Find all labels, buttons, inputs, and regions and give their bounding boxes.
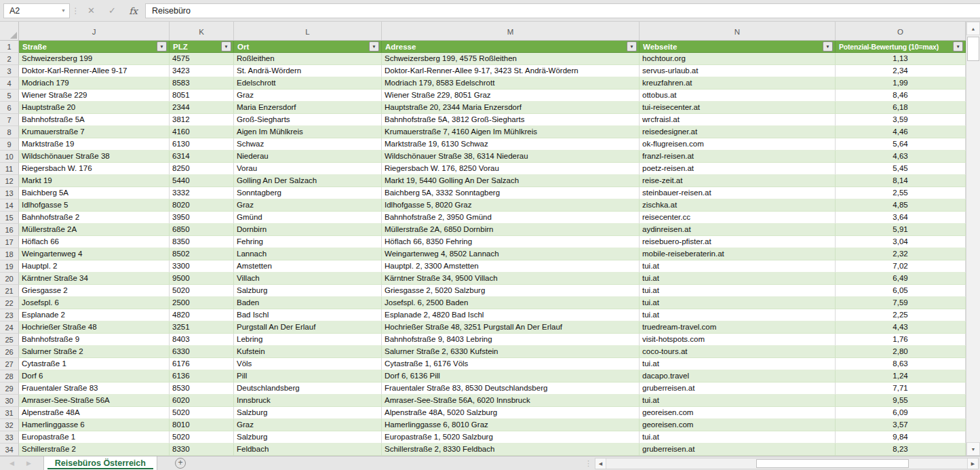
cell-bewertung[interactable]: 3,57	[836, 419, 966, 431]
cell-strasse[interactable]: Wiener Straße 229	[19, 90, 170, 102]
cell-ort[interactable]: Graz	[234, 90, 382, 102]
cell-bewertung[interactable]: 4,46	[836, 126, 966, 138]
column-letter-M[interactable]: M	[382, 22, 640, 41]
cell-adresse[interactable]: Krumauerstraße 7, 4160 Aigen Im Mühlkrei…	[382, 126, 640, 138]
tab-scroll-divider[interactable]: ⋮	[585, 459, 591, 468]
cell-webseite[interactable]: aydinreisen.at	[640, 224, 836, 236]
cell-adresse[interactable]: Dorf 6, 6136 Pill	[382, 370, 640, 383]
cell-plz[interactable]: 3300	[170, 260, 234, 273]
row-number[interactable]: 22	[0, 297, 19, 309]
cell-webseite[interactable]: franzl-reisen.at	[640, 151, 836, 163]
cell-adresse[interactable]: Bahnhofstraße 5A, 3812 Groß-Siegharts	[382, 114, 640, 126]
cell-adresse[interactable]: Esplanade 2, 4820 Bad Ischl	[382, 309, 640, 321]
scroll-left-icon[interactable]: ◀	[595, 458, 606, 469]
cell-webseite[interactable]: zischka.at	[640, 199, 836, 212]
cell-bewertung[interactable]: 5,64	[836, 138, 966, 151]
enter-icon[interactable]: ✓	[102, 5, 123, 16]
cell-bewertung[interactable]: 3,59	[836, 114, 966, 126]
cell-adresse[interactable]: Doktor-Karl-Renner-Allee 9-17, 3423 St. …	[382, 65, 640, 77]
cell-bewertung[interactable]: 7,59	[836, 297, 966, 309]
cell-ort[interactable]: Sonntagberg	[234, 187, 382, 199]
cell-strasse[interactable]: Griesgasse 2	[19, 285, 170, 297]
cell-adresse[interactable]: Hochrießer Straße 48, 3251 Purgstall An …	[382, 321, 640, 334]
cell-plz[interactable]: 5020	[170, 407, 234, 419]
row-number[interactable]: 24	[0, 321, 19, 334]
row-number[interactable]: 9	[0, 138, 19, 151]
cell-adresse[interactable]: Bahnhofstraße 2, 3950 Gmünd	[382, 212, 640, 224]
cell-bewertung[interactable]: 6,05	[836, 285, 966, 297]
cell-webseite[interactable]: ottobus.at	[640, 90, 836, 102]
header-cell-strasse[interactable]: Straße▼	[19, 41, 170, 53]
cell-strasse[interactable]: Müllerstraße 2A	[19, 224, 170, 236]
cell-bewertung[interactable]: 8,46	[836, 90, 966, 102]
cell-strasse[interactable]: Esplanade 2	[19, 309, 170, 321]
cell-ort[interactable]: Aigen Im Mühlkreis	[234, 126, 382, 138]
cell-adresse[interactable]: Hauptpl. 2, 3300 Amstetten	[382, 260, 640, 273]
cell-ort[interactable]: Vorau	[234, 163, 382, 175]
cell-strasse[interactable]: Europastraße 1	[19, 431, 170, 444]
cell-strasse[interactable]: Dorf 6	[19, 370, 170, 383]
column-letter-O[interactable]: O	[836, 22, 966, 41]
cell-adresse[interactable]: Höflach 66, 8350 Fehring	[382, 236, 640, 248]
cell-webseite[interactable]: tui.at	[640, 273, 836, 285]
cell-plz[interactable]: 8583	[170, 77, 234, 90]
row-number[interactable]: 12	[0, 175, 19, 187]
cell-strasse[interactable]: Weingartenweg 4	[19, 248, 170, 260]
row-number[interactable]: 23	[0, 309, 19, 321]
cell-plz[interactable]: 8530	[170, 383, 234, 395]
row-number[interactable]: 3	[0, 65, 19, 77]
filter-dropdown-icon[interactable]: ▼	[369, 41, 379, 52]
row-number[interactable]: 2	[0, 53, 19, 65]
cell-webseite[interactable]: reisecenter.cc	[640, 212, 836, 224]
cell-ort[interactable]: Fehring	[234, 236, 382, 248]
row-number[interactable]: 6	[0, 102, 19, 114]
cell-plz[interactable]: 6330	[170, 346, 234, 358]
cell-webseite[interactable]: tui.at	[640, 431, 836, 444]
cell-plz[interactable]: 3950	[170, 212, 234, 224]
cell-webseite[interactable]: reisedesigner.at	[640, 126, 836, 138]
cell-adresse[interactable]: Schweizersberg 199, 4575 Roßleithen	[382, 53, 640, 65]
cell-webseite[interactable]: truedream-travel.com	[640, 321, 836, 334]
cell-webseite[interactable]: servus-urlaub.at	[640, 65, 836, 77]
row-number[interactable]: 27	[0, 358, 19, 370]
cell-bewertung[interactable]: 6,09	[836, 407, 966, 419]
filter-dropdown-icon[interactable]: ▼	[953, 41, 963, 52]
cell-webseite[interactable]: tui.at	[640, 395, 836, 407]
name-box[interactable]: A2 ▼	[3, 3, 70, 18]
cell-plz[interactable]: 8250	[170, 163, 234, 175]
cell-ort[interactable]: Pill	[234, 370, 382, 383]
cell-strasse[interactable]: Salurner Straße 2	[19, 346, 170, 358]
cell-plz[interactable]: 4160	[170, 126, 234, 138]
filter-dropdown-icon[interactable]: ▼	[157, 41, 167, 52]
cell-ort[interactable]: Kufstein	[234, 346, 382, 358]
cell-ort[interactable]: Edelschrott	[234, 77, 382, 90]
cell-plz[interactable]: 8020	[170, 199, 234, 212]
cell-webseite[interactable]: kreuzfahren.at	[640, 77, 836, 90]
cell-adresse[interactable]: Frauentaler Straße 83, 8530 Deutschlands…	[382, 383, 640, 395]
cell-bewertung[interactable]: 8,14	[836, 175, 966, 187]
cell-bewertung[interactable]: 9,55	[836, 395, 966, 407]
cell-plz[interactable]: 8330	[170, 444, 234, 456]
cell-plz[interactable]: 3332	[170, 187, 234, 199]
column-letter-J[interactable]: J	[19, 22, 170, 41]
cell-webseite[interactable]: georeisen.com	[640, 407, 836, 419]
cell-strasse[interactable]: Bahnhofstraße 2	[19, 212, 170, 224]
cell-strasse[interactable]: Hauptstraße 20	[19, 102, 170, 114]
cell-webseite[interactable]: tui.at	[640, 358, 836, 370]
scroll-down-icon[interactable]: ▼	[966, 442, 980, 456]
cell-webseite[interactable]: reisebuero-pfister.at	[640, 236, 836, 248]
row-number[interactable]: 32	[0, 419, 19, 431]
cell-adresse[interactable]: Amraser-See-Straße 56A, 6020 Innsbruck	[382, 395, 640, 407]
filter-dropdown-icon[interactable]: ▼	[627, 41, 637, 52]
cell-plz[interactable]: 6130	[170, 138, 234, 151]
cell-strasse[interactable]: Baichberg 5A	[19, 187, 170, 199]
cell-strasse[interactable]: Riegersbach W. 176	[19, 163, 170, 175]
cell-strasse[interactable]: Hamerlinggasse 6	[19, 419, 170, 431]
cell-bewertung[interactable]: 1,13	[836, 53, 966, 65]
cell-ort[interactable]: St. Andrä-Wördern	[234, 65, 382, 77]
cell-webseite[interactable]: gruberreisen.at	[640, 444, 836, 456]
cell-adresse[interactable]: Salurner Straße 2, 6330 Kufstein	[382, 346, 640, 358]
cell-adresse[interactable]: Bahnhofstraße 9, 8403 Lebring	[382, 334, 640, 346]
cell-webseite[interactable]: visit-hotspots.com	[640, 334, 836, 346]
cell-webseite[interactable]: tui.at	[640, 297, 836, 309]
